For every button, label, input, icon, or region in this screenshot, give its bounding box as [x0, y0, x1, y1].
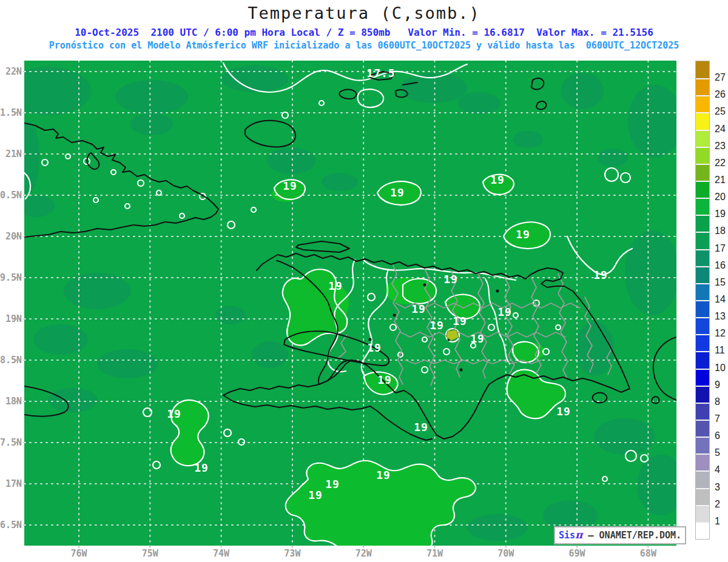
colorbar-segment: [696, 470, 709, 487]
contour-value-label: 19: [367, 341, 382, 354]
map-area: 76W75W74W73W72W71W70W69W68W22N1.5N21N0.5…: [0, 0, 728, 562]
lat-axis-label: 1.5N: [0, 107, 22, 118]
colorbar-segment: [696, 453, 709, 470]
colorbar-label: 26: [715, 89, 728, 100]
colorbar-label: 15: [715, 277, 728, 288]
colorbar-label: 17: [715, 243, 728, 254]
colorbar-label: 20: [715, 192, 728, 202]
colorbar-segment: [696, 147, 709, 164]
colorbar-segment: [696, 386, 709, 403]
branding-pi-icon: π: [575, 529, 582, 541]
contour-value-label: 19: [556, 405, 571, 418]
lon-axis-label: 68W: [630, 548, 666, 559]
colorbar-segment: [696, 164, 709, 181]
temperature-map-canvas: [0, 0, 728, 562]
colorbar-label: 7: [715, 413, 728, 424]
lat-axis-label: 21N: [0, 149, 22, 159]
colorbar-segment: [696, 505, 709, 522]
colorbar-label: 9: [715, 380, 728, 390]
colorbar-segment: [696, 95, 709, 112]
colorbar-label: 19: [715, 209, 728, 219]
colorbar-label: 18: [715, 226, 728, 236]
colorbar-segment: [696, 403, 709, 420]
lon-axis-label: 72W: [345, 548, 382, 559]
colorbar-label: 22: [715, 158, 728, 169]
colorbar-label: 11: [715, 345, 728, 356]
colorbar-label: 21: [715, 175, 728, 186]
colorbar-label: 8: [715, 396, 728, 407]
colorbar-label: 14: [715, 294, 728, 305]
colorbar-label: 4: [715, 464, 728, 475]
lat-axis-label: 19N: [0, 313, 22, 324]
colorbar-segment: [696, 232, 709, 249]
colorbar-segment: [696, 130, 709, 147]
lat-axis-label: 22N: [0, 66, 22, 77]
colorbar-segment: [696, 78, 709, 95]
colorbar-label: 24: [715, 124, 728, 135]
colorbar-segment: [696, 317, 709, 334]
colorbar-segment: [696, 215, 709, 232]
contour-value-label: 19: [453, 315, 467, 327]
contour-value-label: 19: [430, 319, 444, 332]
contour-value-label: 19: [411, 303, 426, 315]
lat-axis-label: 9.5N: [0, 272, 22, 283]
colorbar-label: 25: [715, 106, 728, 117]
colorbar-label: 3: [715, 482, 728, 493]
colorbar-label: 1: [715, 516, 728, 527]
contour-value-label: 19: [593, 269, 608, 281]
colorbar-segment: [696, 249, 709, 266]
lat-axis-label: 20N: [0, 231, 22, 242]
contour-value-label: 19: [443, 273, 458, 286]
colorbar-label: 12: [715, 328, 728, 339]
colorbar-segment: [696, 181, 709, 198]
lon-axis-label: 74W: [203, 548, 240, 559]
colorbar-label: 13: [715, 311, 728, 322]
lat-axis-label: 17N: [0, 478, 22, 489]
lon-axis-label: 73W: [274, 548, 311, 559]
colorbar-segment: [696, 522, 709, 539]
colorbar-segment: [696, 488, 709, 505]
contour-value-label: 19: [167, 407, 181, 420]
colorbar-segment: [696, 437, 709, 453]
colorbar-label: 6: [715, 430, 728, 441]
lat-axis-label: 0.5N: [0, 190, 22, 201]
colorbar-label: 27: [715, 72, 728, 83]
branding-onamet: – ONAMET/REP.DOM.: [582, 530, 681, 541]
colorbar-segment: [696, 112, 709, 129]
colorbar-segment: [696, 61, 709, 78]
colorbar-segment: [696, 266, 709, 283]
weather-map-page: Temperatura (C,somb.) 10-Oct-2025 2100 U…: [0, 0, 728, 562]
colorbar: [695, 61, 710, 540]
lon-axis-label: 76W: [61, 548, 97, 559]
colorbar-segment: [696, 300, 709, 317]
contour-value-label: 19: [497, 306, 512, 318]
contour-value-label: 19: [414, 421, 428, 433]
contour-value-label: 19: [516, 228, 530, 241]
colorbar-label: 16: [715, 260, 728, 271]
colorbar-label: 23: [715, 141, 728, 152]
contour-value-label: 19: [490, 173, 505, 186]
contour-value-label: 19: [194, 461, 209, 474]
lat-axis-label: 18N: [0, 396, 22, 407]
lon-axis-label: 70W: [488, 548, 524, 559]
lat-axis-label: 6.5N: [0, 520, 22, 530]
branding-box: Sisπ – ONAMET/REP.DOM.: [554, 526, 686, 544]
colorbar-segment: [696, 198, 709, 215]
contour-value-label: 19: [376, 469, 391, 481]
colorbar-label: 10: [715, 363, 728, 373]
contour-value-label: 19: [470, 332, 485, 345]
contour-value-label: 19: [325, 478, 340, 490]
colorbar-segment: [696, 420, 709, 437]
colorbar-segment: [696, 351, 709, 368]
lon-axis-label: 71W: [417, 548, 453, 559]
contour-value-label: 19: [390, 186, 405, 199]
contour-value-label: 19: [377, 373, 392, 386]
colorbar-label: 5: [715, 447, 728, 458]
contour-value-label: 17.5: [366, 67, 395, 79]
colorbar-segment: [696, 283, 709, 300]
contour-value-label: 19: [328, 279, 343, 292]
lon-axis-label: 69W: [559, 548, 595, 559]
contour-value-label: 19: [308, 489, 323, 501]
contour-value-label: 19: [283, 179, 297, 192]
colorbar-segment: [696, 334, 709, 351]
